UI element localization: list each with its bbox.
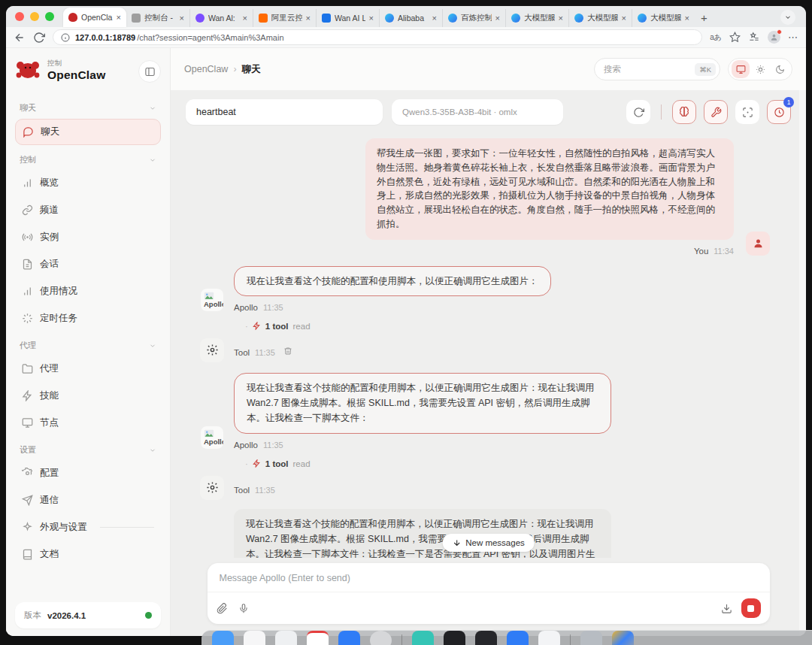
delete-message-icon[interactable] — [283, 347, 292, 356]
sidebar-item-chat[interactable]: 聊天 — [15, 119, 161, 145]
tab-console[interactable]: 控制台 - × — [126, 9, 189, 27]
tab-wan-ai-1[interactable]: Wan Al: × — [189, 9, 253, 27]
theme-light-button[interactable] — [751, 60, 769, 78]
dock-app-icon[interactable] — [475, 631, 497, 645]
dock-trash-icon[interactable] — [612, 631, 634, 645]
dock-app-icon[interactable] — [538, 631, 560, 645]
thinking-button[interactable] — [672, 100, 696, 124]
mic-icon[interactable] — [238, 603, 249, 614]
address-bar[interactable]: 127.0.0.1:18789/chat?session=agent%3Amai… — [53, 29, 702, 45]
tab-close-icon[interactable]: × — [369, 14, 374, 23]
sidebar-item-scheduled-tasks[interactable]: 定时任务 — [15, 306, 161, 331]
tab-overflow-button[interactable] — [780, 10, 795, 25]
site-info-icon[interactable] — [61, 33, 70, 42]
message-list[interactable]: 帮我生成一张图，要求如下：一位年轻女性，自然随性的自拍风格，超高清写实人物生活照… — [171, 132, 799, 558]
tab-close-icon[interactable]: × — [495, 14, 500, 23]
theme-dark-button[interactable] — [771, 60, 789, 78]
dock-settings-icon[interactable] — [370, 631, 392, 645]
dock-app-icon[interactable] — [338, 631, 360, 645]
arrow-down-icon — [452, 538, 461, 547]
usage-chart-icon — [22, 286, 33, 297]
aliyun-favicon — [259, 14, 268, 23]
section-agents[interactable]: 代理 — [15, 333, 161, 356]
message-time: 11:35 — [255, 486, 275, 495]
tab-close-icon[interactable]: × — [685, 14, 689, 23]
browser-profile-avatar[interactable] — [768, 31, 780, 44]
section-settings[interactable]: 设置 — [15, 438, 161, 461]
sidebar-item-instances[interactable]: 实例 — [15, 225, 161, 250]
back-icon[interactable] — [14, 32, 26, 44]
breadcrumb: OpenClaw › 聊天 — [184, 63, 261, 76]
tools-button[interactable] — [704, 100, 728, 124]
tab-close-icon[interactable]: × — [180, 14, 184, 23]
section-control[interactable]: 控制 — [15, 147, 161, 171]
model-select[interactable]: Qwen3.5-35B-A3B-4bit · omlx — [392, 99, 563, 125]
tab-alibaba[interactable]: Alibaba × — [379, 9, 442, 27]
browser-menu-icon[interactable]: ⋯ — [788, 32, 798, 43]
tab-close-icon[interactable]: × — [117, 14, 121, 22]
tool-call-summary[interactable]: · 1 tool read — [245, 322, 770, 331]
dock-app-icon[interactable] — [412, 631, 434, 645]
tab-close-icon[interactable]: × — [559, 14, 563, 23]
history-button[interactable]: 1 — [767, 100, 791, 124]
dock-app-icon[interactable] — [307, 631, 329, 645]
sidebar-item-overview[interactable]: 概览 — [15, 171, 161, 195]
section-chat[interactable]: 聊天 — [15, 95, 161, 119]
window-controls[interactable] — [15, 6, 63, 27]
theme-system-button[interactable] — [732, 60, 750, 78]
tab-llm-2[interactable]: 大模型服 × — [568, 9, 632, 27]
bookmark-star-icon[interactable] — [729, 32, 741, 43]
heartbeat-input[interactable]: heartbeat — [186, 99, 383, 125]
dock-app-icon[interactable] — [444, 631, 465, 645]
new-messages-label: New messages — [465, 538, 525, 547]
sidebar-collapse-button[interactable] — [138, 60, 161, 83]
sidebar-item-channels[interactable]: 频道 — [15, 198, 161, 223]
stop-button[interactable] — [741, 598, 761, 618]
tab-llm-3[interactable]: 大模型服 × — [632, 9, 695, 27]
tab-close-icon[interactable]: × — [306, 14, 311, 23]
sidebar-item-config[interactable]: 配置 — [15, 461, 161, 486]
collections-icon[interactable] — [748, 32, 760, 43]
sidebar-item-communication[interactable]: 通信 — [15, 488, 161, 513]
tab-close-icon[interactable]: × — [243, 14, 247, 23]
tab-wan-ai-2[interactable]: Wan AI L × — [316, 9, 379, 27]
dock-app-icon[interactable] — [212, 631, 234, 645]
translate-icon[interactable]: aあ — [710, 32, 722, 43]
tab-close-icon[interactable]: × — [622, 14, 626, 23]
new-tab-button[interactable]: + — [701, 11, 707, 24]
tab-label: 控制台 - — [144, 13, 176, 23]
refresh-button[interactable] — [626, 100, 650, 124]
dock-app-icon[interactable] — [275, 631, 297, 645]
sidebar-item-nodes[interactable]: 节点 — [15, 410, 161, 435]
message-input[interactable]: Message Apollo (Enter to send) — [208, 563, 770, 592]
dock-folder-icon[interactable] — [580, 631, 602, 645]
close-window-button[interactable] — [15, 12, 24, 21]
tab-aliyun[interactable]: 阿里云控 × — [253, 9, 316, 27]
tab-close-icon[interactable]: × — [432, 14, 437, 23]
zoom-window-button[interactable] — [45, 12, 54, 21]
sidebar-item-skills[interactable]: 技能 — [15, 383, 161, 408]
tab-bailian[interactable]: 百炼控制 × — [442, 9, 505, 27]
sidebar-item-usage[interactable]: 使用情况 — [15, 279, 161, 304]
search-input[interactable]: 搜索 ⌘K — [594, 58, 720, 80]
sidebar-item-sessions[interactable]: 会话 — [15, 252, 161, 277]
download-icon[interactable] — [721, 603, 732, 614]
gear-icon — [22, 468, 33, 479]
sidebar-item-agents[interactable]: 代理 — [15, 356, 161, 381]
sender-name: Tool — [234, 486, 250, 495]
tool-action: read — [293, 322, 311, 331]
attach-icon[interactable] — [217, 603, 228, 614]
minimize-window-button[interactable] — [30, 12, 39, 21]
dock-app-icon[interactable] — [244, 631, 265, 645]
refresh-icon[interactable] — [33, 32, 45, 44]
tool-call-summary[interactable]: · 1 tool read — [245, 459, 770, 468]
sidebar-item-docs[interactable]: 文档 — [15, 542, 161, 567]
scrollbar-gutter[interactable] — [799, 90, 806, 636]
tab-llm-1[interactable]: 大模型服 × — [505, 9, 568, 27]
tab-openclaw[interactable]: OpenCla × — [63, 8, 126, 27]
new-messages-button[interactable]: New messages — [442, 534, 535, 552]
focus-button[interactable] — [735, 100, 759, 124]
breadcrumb-root[interactable]: OpenClaw — [184, 64, 228, 74]
dock-app-icon[interactable] — [507, 631, 529, 645]
sidebar-item-appearance[interactable]: 外观与设置 — [15, 515, 161, 540]
